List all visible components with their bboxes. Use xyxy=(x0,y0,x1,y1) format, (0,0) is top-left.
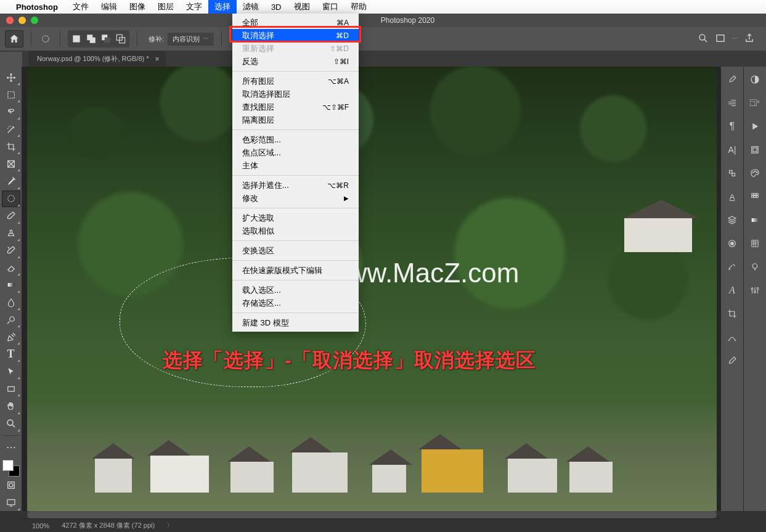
menu-item-12[interactable]: 主体 xyxy=(232,159,359,172)
screen-mode-toggle[interactable] xyxy=(2,494,20,511)
sel-add-icon[interactable] xyxy=(84,32,98,46)
pattern-panel-icon[interactable] xyxy=(747,235,763,252)
menu-3d[interactable]: 3D xyxy=(265,0,288,14)
3d-panel-icon[interactable]: ⿹° xyxy=(747,95,763,111)
sel-new-icon[interactable] xyxy=(70,32,83,46)
clone-stamp-tool[interactable] xyxy=(2,225,20,242)
hand-tool[interactable] xyxy=(2,398,20,414)
actions-panel-icon[interactable] xyxy=(747,118,763,134)
gradient-swatch-icon[interactable] xyxy=(747,212,763,228)
channels-panel-icon[interactable] xyxy=(724,235,740,252)
menu-item-5[interactable]: 所有图层⌥⌘A xyxy=(232,75,359,88)
menu-image[interactable]: 图像 xyxy=(123,0,152,14)
quick-mask-toggle[interactable] xyxy=(2,477,20,494)
adjust-panel-icon[interactable] xyxy=(747,282,763,298)
artboard-panel-icon[interactable] xyxy=(747,142,763,158)
gradient-tool[interactable] xyxy=(2,277,20,293)
menu-item-11[interactable]: 焦点区域... xyxy=(232,146,359,159)
share-icon[interactable] xyxy=(744,33,755,45)
brush-tool[interactable] xyxy=(2,208,20,224)
info-bulb-icon[interactable] xyxy=(747,259,763,275)
paragraph-panel-icon[interactable]: ¶ xyxy=(724,118,740,134)
frame-tool[interactable] xyxy=(2,155,20,172)
menu-item-0[interactable]: 全部⌘A xyxy=(232,16,359,29)
menu-item-20[interactable]: 变换选区 xyxy=(232,244,359,257)
magic-wand-tool[interactable] xyxy=(2,121,20,137)
clone-source-icon[interactable] xyxy=(724,95,740,111)
eraser-tool[interactable] xyxy=(2,260,20,276)
search-icon[interactable] xyxy=(698,33,709,45)
maximize-window-button[interactable] xyxy=(31,17,38,24)
menu-item-15[interactable]: 修改▶ xyxy=(232,192,359,205)
document-canvas[interactable]: Z www.MacZ.com 选择「选择」-「取消选择」取消选择选区 xyxy=(27,67,717,511)
menu-item-3[interactable]: 反选⇧⌘I xyxy=(232,55,359,68)
menu-window[interactable]: 窗口 xyxy=(316,0,344,14)
color-swatches[interactable] xyxy=(2,460,20,477)
menu-item-7[interactable]: 查找图层⌥⇧⌘F xyxy=(232,100,359,113)
marquee-tool[interactable] xyxy=(2,86,20,103)
close-window-button[interactable] xyxy=(6,17,14,24)
menu-help[interactable]: 帮助 xyxy=(344,0,373,14)
minimize-window-button[interactable] xyxy=(18,17,26,24)
edit-brush-icon[interactable] xyxy=(724,353,740,369)
glyph-panel-icon[interactable]: A xyxy=(724,282,740,298)
menu-view[interactable]: 视图 xyxy=(288,0,316,14)
half-circle-icon[interactable] xyxy=(747,72,763,88)
home-button[interactable] xyxy=(5,30,23,47)
sel-subtract-icon[interactable] xyxy=(99,32,113,46)
menu-item-6[interactable]: 取消选择图层 xyxy=(232,88,359,100)
swatches-grid-icon[interactable] xyxy=(747,189,763,205)
close-tab-icon[interactable]: × xyxy=(155,55,160,63)
zoom-level[interactable]: 100% xyxy=(32,522,49,530)
menu-item-27[interactable]: 新建 3D 模型 xyxy=(232,316,359,329)
edit-toolbar-icon[interactable]: ⋯ xyxy=(2,439,20,456)
eyedropper-tool[interactable] xyxy=(2,173,20,189)
horizontal-scrollbar[interactable] xyxy=(27,511,717,518)
menu-layer[interactable]: 图层 xyxy=(152,0,180,14)
menu-item-8[interactable]: 隔离图层 xyxy=(232,113,359,126)
properties-crop-icon[interactable] xyxy=(724,306,740,322)
lasso-tool[interactable] xyxy=(2,104,20,120)
color-panel-icon[interactable] xyxy=(747,165,763,181)
patch-tool-icon[interactable] xyxy=(39,32,52,46)
menu-select[interactable]: 选择 xyxy=(208,0,237,14)
menu-edit[interactable]: 编辑 xyxy=(95,0,123,14)
paths-panel-icon[interactable] xyxy=(724,259,740,275)
menu-item-10[interactable]: 色彩范围... xyxy=(232,133,359,146)
rectangle-tool[interactable] xyxy=(2,380,20,397)
menu-filter[interactable]: 滤镜 xyxy=(237,0,265,14)
character-panel-icon[interactable]: A| xyxy=(724,142,740,158)
document-tab[interactable]: Norway.psd @ 100% (修补, RGB/8) * × xyxy=(28,51,166,67)
path-select-tool[interactable] xyxy=(2,363,20,380)
type-tool[interactable]: T xyxy=(2,346,20,362)
brush-panel-icon[interactable] xyxy=(724,72,740,88)
menu-item-17[interactable]: 扩大选取 xyxy=(232,211,359,224)
patch-tool[interactable] xyxy=(2,190,20,207)
chevron-down-icon[interactable]: ﹀ xyxy=(732,35,738,43)
character-style-icon[interactable]: A xyxy=(724,189,740,205)
menu-item-14[interactable]: 选择并遮住...⌥⌘R xyxy=(232,179,359,192)
doc-info[interactable]: 4272 像素 x 2848 像素 (72 ppi) xyxy=(62,521,155,530)
menu-item-1[interactable]: 取消选择⌘D xyxy=(232,29,359,42)
workspace-switcher-icon[interactable] xyxy=(715,33,726,45)
crop-tool[interactable] xyxy=(2,138,20,155)
foreground-color[interactable] xyxy=(2,460,14,471)
menu-item-22[interactable]: 在快速蒙版模式下编辑 xyxy=(232,264,359,277)
pen-tool[interactable] xyxy=(2,329,20,345)
menu-file[interactable]: 文件 xyxy=(67,0,95,14)
patch-mode-dropdown[interactable]: 内容识别 ﹀ xyxy=(168,33,214,46)
sel-intersect-icon[interactable] xyxy=(114,32,128,46)
zoom-tool[interactable] xyxy=(2,415,20,432)
history-brush-tool[interactable] xyxy=(2,242,20,259)
app-name[interactable]: Photoshop xyxy=(16,2,58,12)
dodge-tool[interactable] xyxy=(2,311,20,328)
menu-item-24[interactable]: 载入选区... xyxy=(232,284,359,297)
canvas-area[interactable]: Z www.MacZ.com 选择「选择」-「取消选择」取消选择选区 xyxy=(22,67,720,511)
menu-item-25[interactable]: 存储选区... xyxy=(232,297,359,309)
blur-tool[interactable] xyxy=(2,294,20,311)
layers-panel-icon[interactable] xyxy=(724,212,740,228)
menu-type[interactable]: 文字 xyxy=(180,0,208,14)
move-tool[interactable] xyxy=(2,69,20,86)
menu-item-18[interactable]: 选取相似 xyxy=(232,224,359,237)
chevron-right-icon[interactable]: 〉 xyxy=(167,522,173,530)
